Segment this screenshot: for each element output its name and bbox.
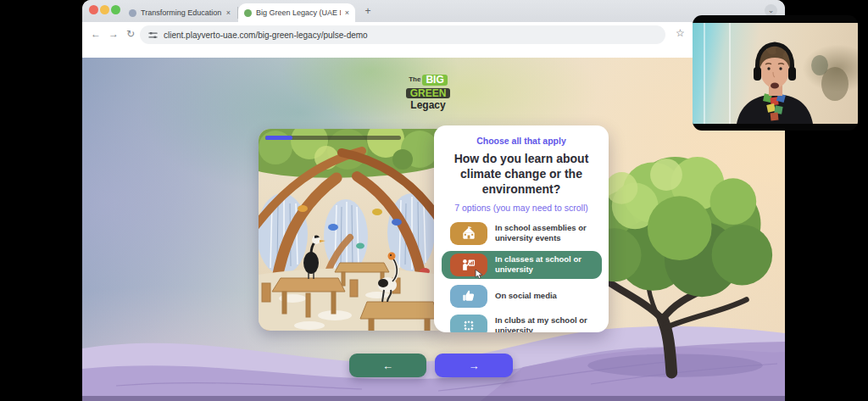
maximize-window-button[interactable]	[111, 5, 120, 14]
logo-green: GREEN	[406, 88, 451, 99]
clubs-pattern-icon	[450, 315, 487, 332]
back-arrow-icon: ←	[382, 359, 393, 372]
progress-bar	[265, 136, 401, 140]
options-hint-text: 7 options (you may need to scroll)	[434, 203, 609, 213]
forward-arrow-icon[interactable]: →	[108, 28, 119, 40]
tab-favicon	[244, 9, 252, 17]
url-text: client.playverto-uae.com/big-green-legac…	[164, 31, 368, 40]
big-green-legacy-logo: The BIG GREEN Legacy	[377, 75, 479, 111]
back-arrow-icon[interactable]: ←	[91, 28, 101, 40]
webcam-video	[693, 23, 858, 124]
tab-strip: Transforming Education × Big Green Legac…	[82, 0, 785, 22]
close-tab-icon[interactable]: ×	[226, 8, 231, 17]
quiz-card: Choose all that apply How do you learn a…	[259, 125, 609, 332]
tab-label: Transforming Education	[141, 8, 222, 17]
back-button[interactable]: ←	[349, 354, 426, 377]
thumbs-up-icon	[450, 285, 487, 308]
cursor-icon	[474, 269, 485, 280]
option-label: In classes at school or university	[495, 254, 597, 276]
presentation-icon	[450, 253, 487, 276]
question-text: How do you learn about climate change or…	[444, 152, 598, 198]
toolbar-gap	[82, 47, 785, 58]
school-icon	[450, 222, 487, 245]
next-button[interactable]: →	[435, 354, 513, 377]
option-label: In school assemblies or university event…	[495, 223, 597, 244]
progress-fill	[265, 136, 292, 140]
presenter-person	[693, 23, 858, 124]
game-scene-image	[259, 129, 439, 331]
browser-toolbar: ← → ↻ client.playverto-uae.com/big-green…	[82, 22, 785, 47]
tab-label: Big Green Legacy (UAE Dem	[256, 8, 341, 17]
option-school-assemblies[interactable]: In school assemblies or university event…	[444, 220, 600, 247]
bottom-vignette	[82, 396, 785, 401]
bookmark-star-icon[interactable]: ☆	[676, 27, 685, 39]
reload-icon[interactable]: ↻	[126, 28, 135, 40]
site-settings-icon[interactable]	[148, 31, 158, 40]
instruction-text: Choose all that apply	[434, 136, 609, 146]
tab-big-green-legacy[interactable]: Big Green Legacy (UAE Dem ×	[238, 3, 355, 22]
option-label: On social media	[495, 291, 557, 301]
page-content: The BIG GREEN Legacy	[82, 58, 785, 401]
logo-the: The	[409, 76, 420, 85]
question-panel: Choose all that apply How do you learn a…	[434, 125, 609, 332]
logo-big: BIG	[422, 75, 447, 86]
new-tab-button[interactable]: +	[362, 5, 374, 17]
webcam-overlay[interactable]	[693, 15, 858, 131]
tab-transforming-education[interactable]: Transforming Education ×	[123, 3, 236, 22]
options-list: In school assemblies or university event…	[434, 220, 609, 332]
option-classes-at-school[interactable]: In classes at school or university	[442, 251, 602, 279]
tab-favicon	[129, 9, 136, 17]
classroom-illustration	[259, 129, 439, 331]
forward-arrow-icon: →	[469, 359, 480, 372]
option-label: In clubs at my school or university	[495, 315, 597, 332]
browser-window: Transforming Education × Big Green Legac…	[82, 0, 785, 401]
close-window-button[interactable]	[89, 5, 98, 14]
address-bar[interactable]: client.playverto-uae.com/big-green-legac…	[140, 25, 665, 44]
option-clubs[interactable]: In clubs at my school or university	[444, 313, 600, 332]
close-tab-icon[interactable]: ×	[345, 8, 349, 17]
option-social-media[interactable]: On social media	[444, 283, 600, 309]
logo-legacy: Legacy	[377, 100, 479, 111]
minimize-window-button[interactable]	[100, 5, 109, 14]
